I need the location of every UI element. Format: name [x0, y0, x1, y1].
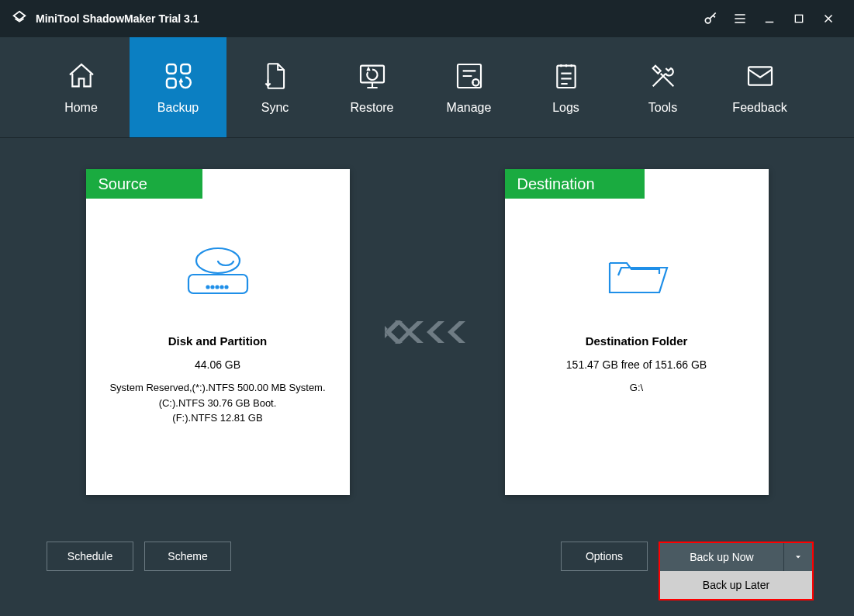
manage-icon: [454, 61, 485, 92]
sync-icon: [260, 61, 291, 92]
nav-label: Home: [64, 101, 98, 115]
nav-feedback[interactable]: Feedback: [711, 37, 808, 137]
menu-icon[interactable]: [725, 0, 755, 37]
workspace: Source Disk and Partition: [0, 138, 854, 616]
disk-icon: [179, 241, 257, 303]
source-tag: Source: [99, 175, 147, 193]
nav-home[interactable]: Home: [33, 37, 130, 137]
schedule-button[interactable]: Schedule: [47, 542, 133, 571]
svg-point-12: [206, 286, 209, 288]
svg-marker-20: [427, 321, 444, 343]
svg-rect-1: [795, 15, 802, 22]
nav-label: Feedback: [732, 101, 787, 115]
feedback-icon: [745, 61, 776, 92]
nav-logs[interactable]: Logs: [517, 37, 614, 137]
svg-rect-2: [167, 64, 176, 74]
svg-rect-3: [181, 64, 190, 74]
nav-label: Logs: [552, 101, 579, 115]
transfer-arrows-icon: [373, 317, 482, 348]
maximize-button[interactable]: [784, 0, 814, 37]
restore-icon: [357, 61, 388, 92]
key-icon[interactable]: [696, 0, 725, 37]
nav-tools[interactable]: Tools: [614, 37, 711, 137]
nav-label: Restore: [350, 101, 393, 115]
folder-icon: [598, 241, 676, 303]
backup-split-button: Back up Now Back up Later: [659, 542, 814, 600]
minimize-button[interactable]: [755, 0, 784, 37]
source-detail: System Reserved,(*:).NTFS 500.00 MB Syst…: [95, 380, 339, 426]
nav-backup[interactable]: Backup: [130, 37, 226, 137]
tools-icon: [648, 61, 679, 92]
destination-tag: Destination: [517, 175, 595, 193]
destination-panel[interactable]: Destination Destination Folder 151.47 GB…: [505, 169, 769, 495]
options-button[interactable]: Options: [561, 542, 648, 571]
svg-point-16: [225, 286, 227, 288]
svg-marker-21: [448, 321, 465, 343]
home-icon: [66, 61, 97, 92]
app-logo-icon: [11, 10, 28, 27]
close-button[interactable]: [814, 0, 843, 37]
backup-later-item[interactable]: Back up Later: [660, 571, 812, 599]
destination-path: G:\: [616, 380, 657, 396]
logs-icon: [551, 61, 582, 92]
svg-marker-19: [406, 321, 424, 343]
svg-point-14: [216, 286, 218, 288]
destination-size: 151.47 GB free of 151.66 GB: [566, 358, 707, 371]
nav-label: Sync: [261, 101, 289, 115]
scheme-button[interactable]: Scheme: [144, 542, 231, 571]
backup-icon: [163, 61, 194, 92]
nav-label: Manage: [447, 101, 492, 115]
app-title: MiniTool ShadowMaker Trial 3.1: [36, 12, 199, 25]
nav-label: Tools: [648, 101, 677, 115]
nav-manage[interactable]: Manage: [420, 37, 517, 137]
nav-restore[interactable]: Restore: [323, 37, 420, 137]
source-title: Disk and Partition: [168, 334, 268, 348]
nav-label: Backup: [157, 101, 199, 115]
source-panel[interactable]: Source Disk and Partition: [86, 169, 350, 495]
main-nav: Home Backup Sync Restore Manage Logs T: [0, 37, 854, 138]
svg-rect-9: [749, 67, 772, 85]
footer-bar: Schedule Scheme Options Back up Now Back…: [47, 542, 814, 600]
svg-rect-4: [167, 78, 176, 88]
destination-title: Destination Folder: [586, 334, 688, 348]
source-size: 44.06 GB: [195, 358, 240, 371]
titlebar: MiniTool ShadowMaker Trial 3.1: [0, 0, 854, 37]
svg-point-15: [220, 286, 223, 288]
svg-point-13: [211, 286, 213, 288]
svg-rect-10: [188, 275, 247, 293]
backup-dropdown-toggle[interactable]: [784, 543, 812, 571]
nav-sync[interactable]: Sync: [226, 37, 323, 137]
backup-now-button[interactable]: Back up Now: [660, 543, 784, 571]
